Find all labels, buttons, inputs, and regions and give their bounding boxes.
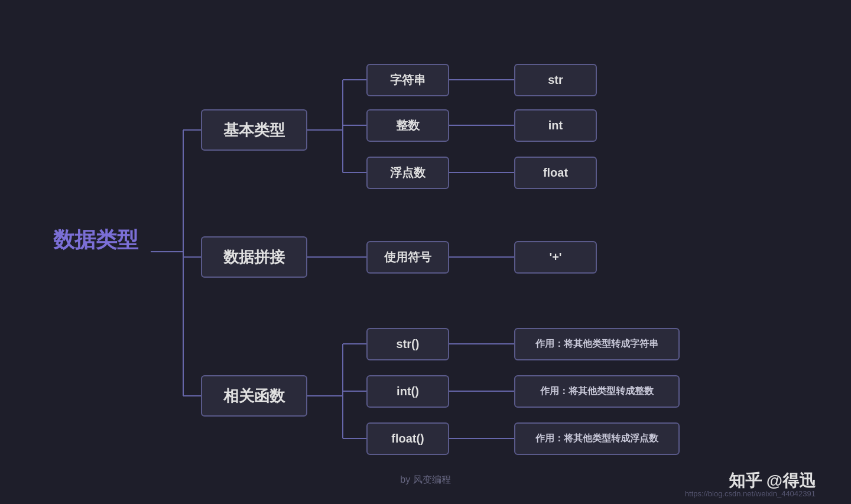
node-basic-type: 基本类型 [201, 109, 307, 151]
node-str-value: str [514, 64, 597, 96]
footer-credit: by 风变编程 [400, 474, 450, 486]
node-float-type: 浮点数 [366, 157, 449, 189]
node-integer-type: 整数 [366, 109, 449, 142]
node-str-desc: 作用：将其他类型转成字符串 [514, 328, 680, 360]
node-use-symbol: 使用符号 [366, 241, 449, 274]
node-related-funcs: 相关函数 [201, 375, 307, 417]
node-float-value: float [514, 157, 597, 189]
node-string-type: 字符串 [366, 64, 449, 96]
node-int-func: int() [366, 375, 449, 408]
node-str-func: str() [366, 328, 449, 360]
node-float-desc: 作用：将其他类型转成浮点数 [514, 422, 680, 455]
node-plus-symbol: '+' [514, 241, 597, 274]
node-int-value: int [514, 109, 597, 142]
root-node: 数据类型 [53, 226, 138, 255]
canvas: 数据类型 基本类型 数据拼接 相关函数 字符串 整数 浮点数 str int f… [0, 0, 851, 504]
footer-url: https://blog.csdn.net/weixin_44042391 [685, 489, 816, 498]
node-float-func: float() [366, 422, 449, 455]
node-concat: 数据拼接 [201, 236, 307, 278]
node-int-desc: 作用：将其他类型转成整数 [514, 375, 680, 408]
